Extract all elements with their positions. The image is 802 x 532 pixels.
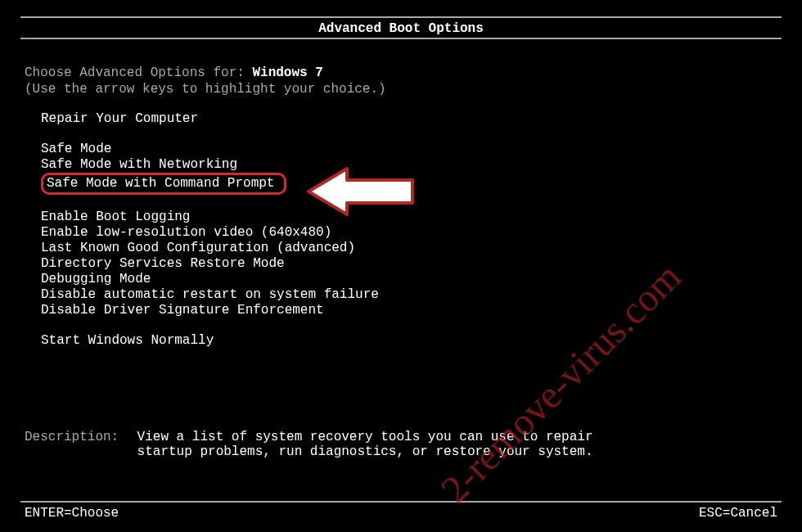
menu-item-ds-restore[interactable]: Directory Services Restore Mode <box>41 256 285 272</box>
menu-item-repair[interactable]: Repair Your Computer <box>41 111 198 127</box>
prompt-prefix: Choose Advanced Options for: <box>25 65 252 80</box>
menu-group-normal: Start Windows Normally <box>41 333 777 349</box>
menu-group-repair: Repair Your Computer <box>41 111 777 127</box>
menu-item-debugging[interactable]: Debugging Mode <box>41 272 151 287</box>
os-name: Windows 7 <box>252 65 322 80</box>
menu-item-safe-mode-cmd[interactable]: Safe Mode with Command Prompt <box>41 173 286 195</box>
menu-item-safe-mode[interactable]: Safe Mode <box>41 142 111 157</box>
hint-line: (Use the arrow keys to highlight your ch… <box>25 82 777 97</box>
footer-esc: ESC=Cancel <box>699 506 777 521</box>
page-title: Advanced Boot Options <box>0 21 802 36</box>
menu-item-low-res[interactable]: Enable low-resolution video (640x480) <box>41 225 331 241</box>
boot-menu: Repair Your Computer Safe Mode Safe Mode… <box>41 111 777 349</box>
menu-item-last-known-good[interactable]: Last Known Good Configuration (advanced) <box>41 241 355 256</box>
choose-prompt: Choose Advanced Options for: Windows 7 <box>25 65 777 80</box>
description-label: Description: <box>25 430 129 444</box>
menu-item-safe-mode-networking[interactable]: Safe Mode with Networking <box>41 157 237 173</box>
footer-border <box>20 501 782 503</box>
description-section: Description: View a list of system recov… <box>25 430 777 459</box>
description-text: View a list of system recovery tools you… <box>137 430 596 459</box>
menu-item-start-normal[interactable]: Start Windows Normally <box>41 333 214 349</box>
footer-enter: ENTER=Choose <box>25 506 119 521</box>
menu-group-advanced: Enable Boot Logging Enable low-resolutio… <box>41 210 777 318</box>
menu-item-disable-driver-sig[interactable]: Disable Driver Signature Enforcement <box>41 303 324 318</box>
menu-item-disable-auto-restart[interactable]: Disable automatic restart on system fail… <box>41 287 379 303</box>
arrow-annotation-icon <box>304 162 419 221</box>
menu-item-boot-logging[interactable]: Enable Boot Logging <box>41 210 190 225</box>
